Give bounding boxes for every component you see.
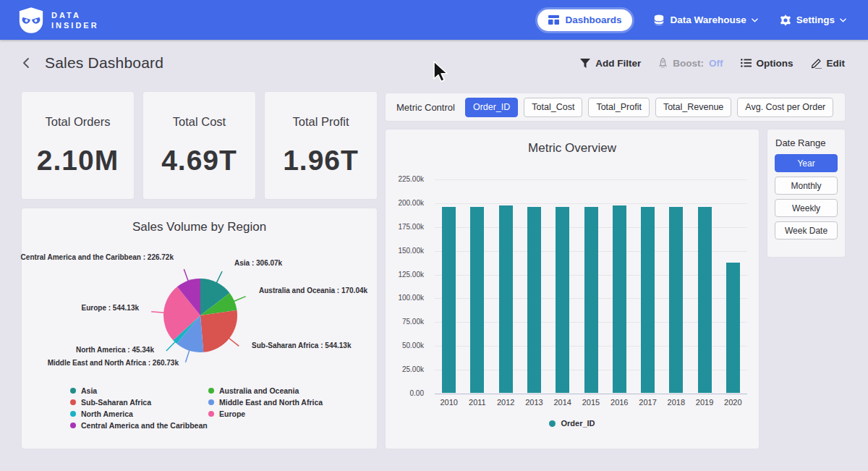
chevron-down-icon	[840, 18, 846, 22]
bar-2010[interactable]	[442, 207, 456, 393]
pie-leader-line	[186, 349, 190, 362]
gridline	[435, 179, 747, 180]
gridline	[435, 203, 747, 204]
y-axis-tick: 25.00k	[386, 365, 424, 373]
list-options-icon	[741, 59, 752, 67]
bar-2014[interactable]	[556, 207, 569, 393]
bar-2015[interactable]	[584, 207, 598, 393]
pie-leader-line	[166, 341, 176, 351]
kpi-card-total-profit: Total Profit 1.96T	[265, 92, 377, 199]
pie-label-middle-east-north-africa: Middle East and North Africa : 260.73k	[48, 359, 179, 367]
bar-2018[interactable]	[669, 207, 683, 393]
bar-2016[interactable]	[613, 205, 626, 393]
kpi-label: Total Profit	[293, 115, 349, 129]
dashboards-button[interactable]: Dashboards	[537, 9, 632, 31]
chevron-down-icon	[752, 18, 758, 22]
brand-logo[interactable]: DATA INSIDER	[19, 7, 99, 34]
pie-label-asia: Asia : 306.07k	[234, 259, 282, 267]
legend-dot	[70, 388, 76, 394]
pie-slice-sub-saharan-africa[interactable]	[200, 310, 237, 352]
legend-label: Order_ID	[561, 419, 595, 428]
kpi-label: Total Cost	[173, 115, 226, 129]
data-warehouse-menu[interactable]: Data Warehouse	[654, 14, 757, 26]
metric-option-total-cost[interactable]: Total_Cost	[524, 98, 582, 117]
x-axis-tick: 2010	[435, 398, 463, 407]
x-axis-tick: 2011	[463, 398, 491, 407]
gear-icon	[780, 14, 791, 26]
x-axis-tick: 2015	[576, 398, 605, 407]
kpi-card-total-orders: Total Orders 2.10M	[22, 92, 134, 199]
brand-name: DATA INSIDER	[51, 10, 99, 30]
kpi-value: 1.96T	[283, 145, 359, 177]
legend-label: Asia	[81, 386, 97, 395]
kpi-label: Total Orders	[46, 115, 111, 129]
pie-leader-line	[228, 338, 239, 347]
y-axis-tick: 175.00k	[386, 223, 424, 231]
bar-2011[interactable]	[470, 207, 484, 393]
boost-toggle[interactable]: Boost: Off	[658, 58, 723, 69]
settings-menu[interactable]: Settings	[780, 14, 846, 26]
settings-label: Settings	[796, 14, 835, 25]
pie-label-europe: Europe : 544.13k	[82, 304, 139, 312]
metric-control-label: Metric Control	[396, 102, 455, 113]
metric-option-total-profit[interactable]: Total_Profit	[588, 98, 650, 117]
x-axis-tick: 2014	[548, 398, 576, 407]
bar-2019[interactable]	[698, 207, 712, 393]
bar-2020[interactable]	[726, 263, 740, 393]
boost-label: Boost:	[673, 58, 704, 69]
legend-label: Australia and Oceania	[219, 386, 299, 395]
pie-label-australia-oceania: Australia and Oceania : 170.04k	[259, 287, 367, 294]
legend-label: Europe	[219, 410, 245, 418]
bar-2017[interactable]	[641, 207, 655, 393]
metric-option-total-revenue[interactable]: Total_Revenue	[655, 98, 731, 117]
date-range-option-weekly[interactable]: Weekly	[775, 199, 838, 217]
add-filter-label: Add Filter	[595, 58, 641, 69]
bar-2013[interactable]	[527, 207, 541, 393]
legend-item-australia-and-oceania[interactable]: Australia and Oceania	[208, 386, 323, 394]
page-title: Sales Dashboard	[45, 54, 163, 72]
data-warehouse-label: Data Warehouse	[670, 14, 746, 25]
back-icon[interactable]	[20, 56, 33, 69]
date-range-option-monthly[interactable]: Monthly	[775, 177, 838, 195]
date-range-label: Date Range	[767, 130, 845, 154]
legend-item-north-america[interactable]: North America	[70, 410, 208, 417]
metric-option-avg-cost-per-order[interactable]: Avg. Cost per Order	[737, 98, 833, 117]
date-range-option-year[interactable]: Year	[775, 154, 838, 172]
pie-chart-card: Sales Volume by Region Central America a…	[22, 208, 377, 449]
legend-dot	[208, 399, 214, 405]
date-range-button-group: YearMonthlyWeeklyWeek Date	[767, 154, 845, 239]
legend-item-europe[interactable]: Europe	[208, 410, 323, 417]
legend-label: Sub-Saharan Africa	[81, 398, 151, 407]
edit-button[interactable]: Edit	[811, 58, 846, 69]
date-range-option-week-date[interactable]: Week Date	[775, 221, 838, 239]
bar-chart-legend: Order_ID	[386, 419, 759, 428]
x-axis-tick: 2012	[492, 398, 520, 407]
legend-dot	[70, 399, 76, 405]
pie-label-sub-saharan-africa: Sub-Saharan Africa : 544.13k	[252, 341, 351, 349]
edit-label: Edit	[827, 58, 846, 69]
metric-control-bar: Metric Control Order_IDTotal_CostTotal_P…	[386, 93, 845, 121]
legend-dot	[208, 388, 214, 394]
legend-item-sub-saharan-africa[interactable]: Sub-Saharan Africa	[70, 398, 208, 406]
owl-logo-icon	[19, 7, 43, 34]
pencil-icon	[811, 58, 822, 69]
legend-item-asia[interactable]: Asia	[70, 386, 208, 394]
pie-leader-line	[216, 271, 222, 284]
bar-chart-y-axis: 225.00k200.00k175.00k150.00k125.00k100.0…	[386, 179, 424, 394]
x-axis-tick: 2017	[634, 398, 662, 407]
add-filter-button[interactable]: Add Filter	[580, 58, 641, 69]
legend-item-middle-east-and-north-africa[interactable]: Middle East and North Africa	[208, 398, 323, 406]
y-axis-tick: 50.00k	[386, 341, 424, 349]
filter-funnel-icon	[580, 59, 590, 68]
options-button[interactable]: Options	[741, 58, 793, 69]
y-axis-tick: 150.00k	[386, 247, 424, 255]
bar-2012[interactable]	[499, 205, 513, 393]
date-range-panel: Date Range YearMonthlyWeeklyWeek Date	[767, 130, 845, 257]
x-axis-tick: 2016	[605, 398, 634, 407]
metric-option-order-id[interactable]: Order_ID	[465, 98, 518, 117]
pie-legend-column-1: AsiaSub-Saharan AfricaNorth AmericaCentr…	[70, 386, 208, 433]
legend-item-central-america-and-the-caribbean[interactable]: Central America and the Caribbean	[70, 421, 208, 429]
page-header: Sales Dashboard Add Filter Boost: Off Op…	[0, 40, 868, 86]
x-axis-tick: 2019	[690, 398, 718, 407]
dashboard-grid-icon	[548, 15, 559, 25]
